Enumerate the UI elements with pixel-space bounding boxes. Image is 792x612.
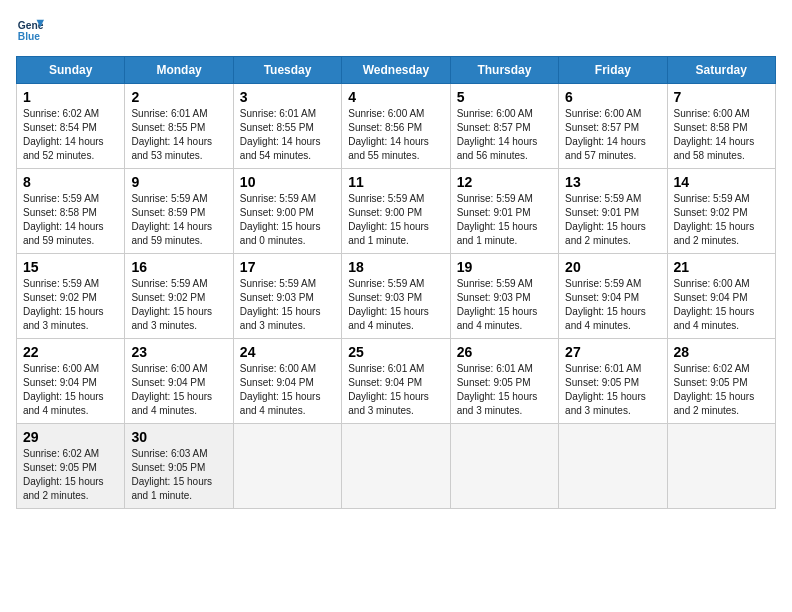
day-number: 25 [348,344,443,360]
day-info: Sunrise: 5:59 AM Sunset: 9:01 PM Dayligh… [457,192,552,248]
day-number: 3 [240,89,335,105]
table-row: 28 Sunrise: 6:02 AM Sunset: 9:05 PM Dayl… [667,339,775,424]
table-row: 26 Sunrise: 6:01 AM Sunset: 9:05 PM Dayl… [450,339,558,424]
day-number: 5 [457,89,552,105]
day-number: 20 [565,259,660,275]
day-info: Sunrise: 5:59 AM Sunset: 9:04 PM Dayligh… [565,277,660,333]
table-row: 30 Sunrise: 6:03 AM Sunset: 9:05 PM Dayl… [125,424,233,509]
day-number: 15 [23,259,118,275]
day-info: Sunrise: 5:59 AM Sunset: 9:02 PM Dayligh… [131,277,226,333]
day-info: Sunrise: 5:59 AM Sunset: 9:03 PM Dayligh… [457,277,552,333]
table-row: 21 Sunrise: 6:00 AM Sunset: 9:04 PM Dayl… [667,254,775,339]
calendar-body: 1 Sunrise: 6:02 AM Sunset: 8:54 PM Dayli… [17,84,776,509]
table-row: 20 Sunrise: 5:59 AM Sunset: 9:04 PM Dayl… [559,254,667,339]
day-number: 9 [131,174,226,190]
table-row: 10 Sunrise: 5:59 AM Sunset: 9:00 PM Dayl… [233,169,341,254]
day-number: 17 [240,259,335,275]
table-row: 6 Sunrise: 6:00 AM Sunset: 8:57 PM Dayli… [559,84,667,169]
table-row: 25 Sunrise: 6:01 AM Sunset: 9:04 PM Dayl… [342,339,450,424]
day-number: 1 [23,89,118,105]
table-row: 19 Sunrise: 5:59 AM Sunset: 9:03 PM Dayl… [450,254,558,339]
day-number: 24 [240,344,335,360]
day-info: Sunrise: 6:01 AM Sunset: 8:55 PM Dayligh… [131,107,226,163]
day-info: Sunrise: 6:03 AM Sunset: 9:05 PM Dayligh… [131,447,226,503]
col-saturday: Saturday [667,57,775,84]
table-row: 4 Sunrise: 6:00 AM Sunset: 8:56 PM Dayli… [342,84,450,169]
day-number: 14 [674,174,769,190]
calendar-table: Sunday Monday Tuesday Wednesday Thursday… [16,56,776,509]
day-info: Sunrise: 6:02 AM Sunset: 9:05 PM Dayligh… [23,447,118,503]
day-number: 23 [131,344,226,360]
table-row [233,424,341,509]
day-info: Sunrise: 6:00 AM Sunset: 9:04 PM Dayligh… [131,362,226,418]
table-row: 24 Sunrise: 6:00 AM Sunset: 9:04 PM Dayl… [233,339,341,424]
day-info: Sunrise: 6:01 AM Sunset: 8:55 PM Dayligh… [240,107,335,163]
day-number: 11 [348,174,443,190]
table-row: 16 Sunrise: 5:59 AM Sunset: 9:02 PM Dayl… [125,254,233,339]
day-number: 6 [565,89,660,105]
table-row: 2 Sunrise: 6:01 AM Sunset: 8:55 PM Dayli… [125,84,233,169]
day-info: Sunrise: 5:59 AM Sunset: 9:01 PM Dayligh… [565,192,660,248]
col-tuesday: Tuesday [233,57,341,84]
day-info: Sunrise: 6:02 AM Sunset: 8:54 PM Dayligh… [23,107,118,163]
day-number: 13 [565,174,660,190]
day-info: Sunrise: 6:00 AM Sunset: 8:56 PM Dayligh… [348,107,443,163]
day-info: Sunrise: 5:59 AM Sunset: 9:02 PM Dayligh… [674,192,769,248]
table-row: 18 Sunrise: 5:59 AM Sunset: 9:03 PM Dayl… [342,254,450,339]
day-info: Sunrise: 5:59 AM Sunset: 9:00 PM Dayligh… [240,192,335,248]
col-thursday: Thursday [450,57,558,84]
col-monday: Monday [125,57,233,84]
table-row: 23 Sunrise: 6:00 AM Sunset: 9:04 PM Dayl… [125,339,233,424]
calendar-header: Sunday Monday Tuesday Wednesday Thursday… [17,57,776,84]
day-number: 19 [457,259,552,275]
day-info: Sunrise: 6:01 AM Sunset: 9:05 PM Dayligh… [565,362,660,418]
day-info: Sunrise: 5:59 AM Sunset: 8:58 PM Dayligh… [23,192,118,248]
day-info: Sunrise: 5:59 AM Sunset: 8:59 PM Dayligh… [131,192,226,248]
day-info: Sunrise: 6:00 AM Sunset: 8:57 PM Dayligh… [457,107,552,163]
day-info: Sunrise: 6:00 AM Sunset: 8:57 PM Dayligh… [565,107,660,163]
table-row: 11 Sunrise: 5:59 AM Sunset: 9:00 PM Dayl… [342,169,450,254]
table-row: 14 Sunrise: 5:59 AM Sunset: 9:02 PM Dayl… [667,169,775,254]
table-row [559,424,667,509]
table-row [342,424,450,509]
svg-text:Blue: Blue [18,31,41,42]
day-number: 16 [131,259,226,275]
day-info: Sunrise: 6:00 AM Sunset: 8:58 PM Dayligh… [674,107,769,163]
table-row [667,424,775,509]
day-number: 26 [457,344,552,360]
day-info: Sunrise: 5:59 AM Sunset: 9:03 PM Dayligh… [240,277,335,333]
table-row: 27 Sunrise: 6:01 AM Sunset: 9:05 PM Dayl… [559,339,667,424]
day-number: 18 [348,259,443,275]
table-row: 9 Sunrise: 5:59 AM Sunset: 8:59 PM Dayli… [125,169,233,254]
day-info: Sunrise: 6:02 AM Sunset: 9:05 PM Dayligh… [674,362,769,418]
table-row: 1 Sunrise: 6:02 AM Sunset: 8:54 PM Dayli… [17,84,125,169]
day-number: 30 [131,429,226,445]
day-number: 22 [23,344,118,360]
logo: General Blue [16,16,48,44]
col-friday: Friday [559,57,667,84]
day-number: 12 [457,174,552,190]
table-row: 29 Sunrise: 6:02 AM Sunset: 9:05 PM Dayl… [17,424,125,509]
day-number: 27 [565,344,660,360]
day-info: Sunrise: 6:00 AM Sunset: 9:04 PM Dayligh… [240,362,335,418]
day-info: Sunrise: 5:59 AM Sunset: 9:03 PM Dayligh… [348,277,443,333]
day-number: 10 [240,174,335,190]
day-info: Sunrise: 5:59 AM Sunset: 9:00 PM Dayligh… [348,192,443,248]
day-number: 21 [674,259,769,275]
table-row: 15 Sunrise: 5:59 AM Sunset: 9:02 PM Dayl… [17,254,125,339]
table-row: 17 Sunrise: 5:59 AM Sunset: 9:03 PM Dayl… [233,254,341,339]
table-row: 22 Sunrise: 6:00 AM Sunset: 9:04 PM Dayl… [17,339,125,424]
table-row: 13 Sunrise: 5:59 AM Sunset: 9:01 PM Dayl… [559,169,667,254]
page-header: General Blue [16,16,776,44]
logo-icon: General Blue [16,16,44,44]
day-info: Sunrise: 6:00 AM Sunset: 9:04 PM Dayligh… [674,277,769,333]
table-row: 8 Sunrise: 5:59 AM Sunset: 8:58 PM Dayli… [17,169,125,254]
col-sunday: Sunday [17,57,125,84]
day-number: 28 [674,344,769,360]
table-row [450,424,558,509]
day-number: 4 [348,89,443,105]
day-info: Sunrise: 5:59 AM Sunset: 9:02 PM Dayligh… [23,277,118,333]
day-number: 7 [674,89,769,105]
day-info: Sunrise: 6:00 AM Sunset: 9:04 PM Dayligh… [23,362,118,418]
col-wednesday: Wednesday [342,57,450,84]
